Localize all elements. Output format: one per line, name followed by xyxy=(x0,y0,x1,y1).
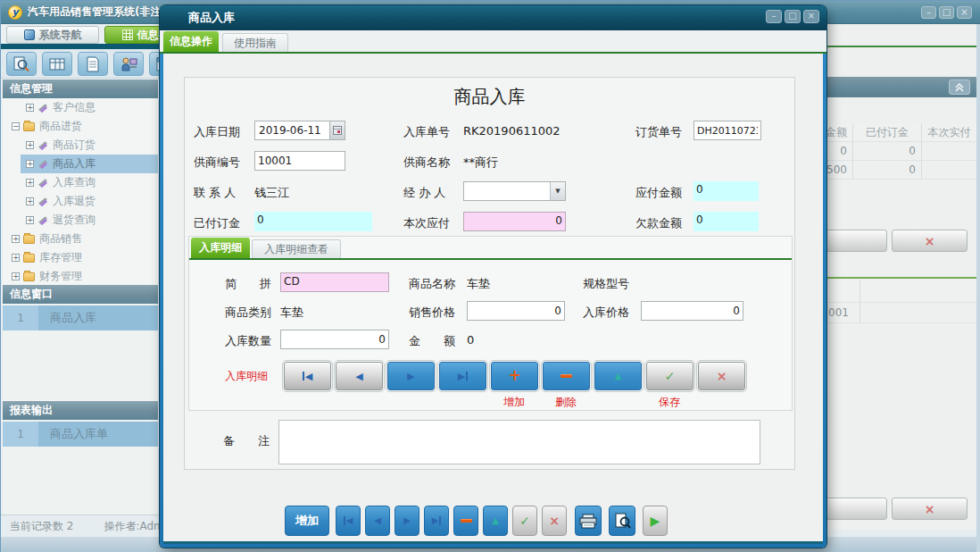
tab-system-nav[interactable]: 系统导航 xyxy=(6,26,99,44)
cancel-button-2[interactable]: × xyxy=(892,498,968,520)
first-button[interactable]: ◀ xyxy=(336,506,361,536)
tree-item-return-query[interactable]: 退货查询 xyxy=(3,211,158,230)
first-record-button[interactable]: ◀ xyxy=(284,362,331,390)
x-icon: × xyxy=(925,503,935,515)
cancel-record-button[interactable]: × xyxy=(698,362,745,390)
next-record-button[interactable]: ▶ xyxy=(387,362,435,390)
prev-record-button[interactable]: ◀ xyxy=(336,362,383,390)
check-icon: ✓ xyxy=(665,370,676,382)
document-button[interactable] xyxy=(78,52,108,76)
tree-item-finance-mgmt[interactable]: 财务管理 xyxy=(3,267,158,286)
dialog-tab-info-operation[interactable]: 信息操作 xyxy=(163,31,219,52)
search-icon xyxy=(12,56,30,72)
post-record-button[interactable]: ✓ xyxy=(646,362,693,390)
tree-item-inbound-query[interactable]: 入库查询 xyxy=(3,173,158,192)
tree-item-goods-sale[interactable]: 商品销售 xyxy=(3,230,158,248)
tool-icon xyxy=(37,178,48,188)
pinyin-input[interactable]: CD xyxy=(280,272,389,292)
restore-icon[interactable]: □ xyxy=(939,6,954,19)
print-preview-icon xyxy=(614,513,631,529)
tab-inbound-detail-view[interactable]: 入库明细查看 xyxy=(252,239,341,258)
expand-icon[interactable] xyxy=(12,235,20,243)
tool-icon xyxy=(37,140,48,151)
next-button[interactable]: ▶ xyxy=(394,506,419,536)
x-icon: × xyxy=(549,514,560,527)
folder-icon xyxy=(23,254,35,263)
print-button[interactable] xyxy=(575,506,602,536)
row-label: 商品入库 xyxy=(38,305,158,330)
last-button[interactable]: ▶ xyxy=(424,506,449,536)
edit-button[interactable]: ▲ xyxy=(483,506,508,536)
inbound-date-label: 入库日期 xyxy=(194,124,240,140)
expand-icon[interactable] xyxy=(12,254,20,262)
print-preview-button[interactable] xyxy=(609,506,635,536)
dialog-tab-user-guide[interactable]: 使用指南 xyxy=(222,33,288,52)
in-price-input[interactable] xyxy=(641,301,743,321)
play-icon: ▶ xyxy=(651,514,660,527)
quantity-input[interactable] xyxy=(280,330,389,349)
tree-item-goods-inbound[interactable]: 商品入库 xyxy=(3,155,158,173)
chevron-down-icon[interactable]: ▼ xyxy=(550,182,565,200)
minimize-icon[interactable]: – xyxy=(921,6,936,19)
tab-inbound-detail[interactable]: 入库明细 xyxy=(191,238,250,258)
delete-button[interactable] xyxy=(453,506,478,536)
expand-icon[interactable] xyxy=(26,141,34,149)
sidebar-header-report: 报表输出 xyxy=(3,401,158,420)
close-icon[interactable]: × xyxy=(957,6,972,19)
supplier-code-input[interactable] xyxy=(254,151,345,171)
expand-icon[interactable] xyxy=(26,179,34,187)
tree-item-customer-info[interactable]: 客户信息 xyxy=(3,98,158,117)
tool-icon xyxy=(37,215,48,226)
dialog-minimize-icon[interactable]: – xyxy=(766,10,782,23)
contact-label: 联 系 人 xyxy=(194,185,236,201)
inbound-date-field[interactable]: 2019-06-11 xyxy=(254,121,345,140)
tree-item-inbound-return[interactable]: 入库退货 xyxy=(3,192,158,211)
triangle-up-icon: ▲ xyxy=(492,516,499,525)
add-button[interactable]: 增加 xyxy=(285,506,329,536)
search-button[interactable] xyxy=(6,52,37,76)
collapse-chevron-button[interactable] xyxy=(949,79,970,95)
amount-label: 金 额 xyxy=(409,333,455,349)
product-name-label: 商品名称 xyxy=(409,276,455,292)
col-header-paid-deposit[interactable]: 已付订金 xyxy=(853,124,922,142)
expand-icon[interactable] xyxy=(12,272,20,280)
expand-icon[interactable] xyxy=(26,197,34,205)
dialog-maximize-icon[interactable]: □ xyxy=(785,10,801,23)
edit-record-button[interactable]: ▲ xyxy=(594,362,642,390)
collapse-icon[interactable] xyxy=(12,122,20,130)
order-no-input[interactable] xyxy=(693,121,761,140)
debt-label: 欠款金额 xyxy=(635,215,682,231)
col-header-current-paid[interactable]: 本次实付 xyxy=(922,124,976,142)
row-number: 1 xyxy=(3,305,38,330)
prev-button[interactable]: ◀ xyxy=(365,506,390,536)
calendar-button[interactable] xyxy=(329,121,345,139)
cancel-button[interactable]: × xyxy=(542,506,567,536)
dialog-close-icon[interactable]: × xyxy=(803,10,819,23)
expand-icon[interactable] xyxy=(26,160,34,168)
report-output-item[interactable]: 1 商品入库单 xyxy=(3,422,158,447)
info-window-item[interactable]: 1 商品入库 xyxy=(3,305,158,330)
sale-price-input[interactable] xyxy=(467,301,565,321)
delete-caption: 删除 xyxy=(551,395,581,410)
remark-textarea[interactable] xyxy=(278,420,760,464)
delete-record-button[interactable] xyxy=(543,362,590,390)
dialog-titlebar[interactable]: 商品入库 – □ × xyxy=(160,5,826,30)
grid-view-button[interactable] xyxy=(42,52,72,76)
handler-select[interactable]: ▼ xyxy=(463,181,566,201)
run-button[interactable]: ▶ xyxy=(643,506,668,536)
cancel-button[interactable]: × xyxy=(892,230,968,252)
last-record-button[interactable]: ▶ xyxy=(439,362,486,390)
sidebar-header-info-mgmt: 信息管理 xyxy=(3,79,158,98)
tree-item-stock-mgmt[interactable]: 库存管理 xyxy=(3,248,158,267)
tree-item-goods-order[interactable]: 商品订货 xyxy=(3,136,158,155)
save-button[interactable]: ✓ xyxy=(512,506,537,536)
printer-icon xyxy=(579,514,597,529)
expand-icon[interactable] xyxy=(26,216,34,224)
current-payable-value[interactable]: 0 xyxy=(463,212,566,231)
add-record-button[interactable]: + xyxy=(491,362,538,390)
tree-item-goods-purchase[interactable]: 商品进货 xyxy=(3,117,158,136)
tree-label: 商品进货 xyxy=(39,119,82,134)
col-header[interactable] xyxy=(860,280,976,303)
operator-button[interactable] xyxy=(113,52,144,76)
expand-icon[interactable] xyxy=(26,104,34,112)
